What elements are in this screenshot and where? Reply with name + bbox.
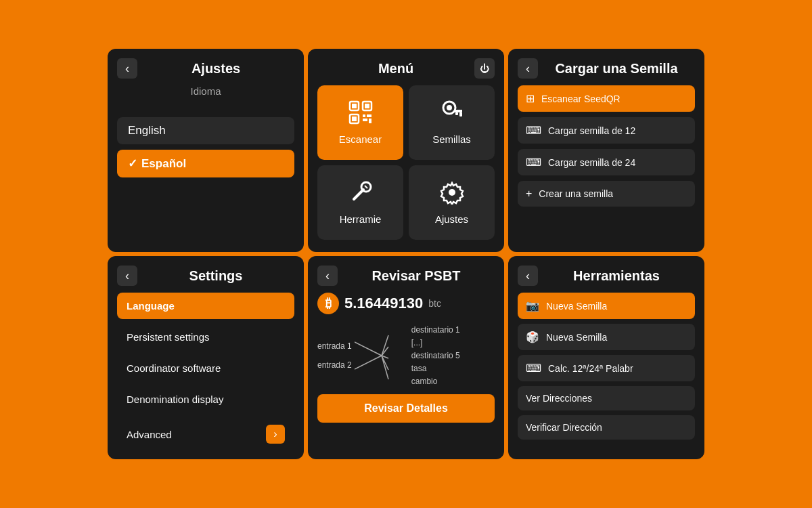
- settings-back-button[interactable]: ‹: [117, 266, 137, 286]
- settings-item-language[interactable]: Language: [117, 293, 294, 319]
- settings-coordinator-label: Coordinator software: [127, 362, 221, 374]
- tools-icon: [348, 180, 373, 209]
- dice-icon: 🎲: [526, 331, 539, 343]
- psbt-btc-amount: 5.16449130: [344, 295, 423, 312]
- keyboard-icon-12: ⌨: [526, 124, 541, 137]
- menu-item-semillas[interactable]: Semillas: [409, 85, 495, 160]
- svg-rect-5: [352, 117, 357, 121]
- psbt-back-button[interactable]: ‹: [317, 266, 338, 286]
- psbt-entrada2: entrada 2: [317, 360, 352, 370]
- herramientas-back-button[interactable]: ‹: [518, 266, 538, 286]
- qr-icon: [348, 100, 373, 129]
- tool-nueva-semilla-dice[interactable]: 🎲 Nueva Semilla: [518, 324, 695, 350]
- settings-header: ‹ Settings: [117, 266, 294, 286]
- panel-herramientas: ‹ Herramientas 📷 Nueva Semilla 🎲 Nueva S…: [508, 256, 704, 459]
- qr-small-icon: ⊞: [526, 92, 535, 105]
- tool-nueva-semilla-camera[interactable]: 📷 Nueva Semilla: [518, 293, 695, 319]
- revisar-detalles-button[interactable]: Revisar Detalles: [317, 394, 495, 423]
- psbt-btc-unit: btc: [428, 298, 441, 309]
- tool-ver-label: Ver Direcciones: [526, 393, 592, 404]
- chevron-down-icon: ⌄: [117, 456, 294, 459]
- psbt-dest1: destinatario 1: [411, 325, 460, 335]
- gear-icon: [440, 180, 464, 209]
- tool-ver-direcciones[interactable]: Ver Direcciones: [518, 386, 695, 410]
- svg-rect-8: [363, 119, 367, 121]
- settings-advanced-label: Advanced: [127, 429, 172, 440]
- plus-icon: +: [526, 188, 532, 200]
- ajustes-back-button[interactable]: ‹: [117, 58, 137, 79]
- settings-item-persistent[interactable]: Persistent settings: [117, 324, 294, 350]
- tool-calc-palabra[interactable]: ⌨ Calc. 12ª/24ª Palabr: [518, 355, 695, 381]
- idioma-subtitle: Idioma: [117, 85, 294, 97]
- ajustes-title: Ajustes: [137, 61, 294, 77]
- psbt-amount-row: ₿ 5.16449130 btc: [317, 293, 495, 314]
- menu-semillas-label: Semillas: [432, 133, 471, 145]
- svg-rect-7: [367, 114, 371, 117]
- svg-point-11: [447, 105, 452, 110]
- camera-icon: 📷: [526, 299, 539, 312]
- power-button[interactable]: ⏻: [474, 58, 495, 79]
- settings-item-coordinator[interactable]: Coordinator software: [117, 355, 294, 381]
- settings-persistent-label: Persistent settings: [127, 331, 210, 343]
- ajustes-header: ‹ Ajustes: [117, 58, 294, 79]
- svg-line-17: [365, 186, 367, 188]
- panel-cargar-semilla: ‹ Cargar una Semilla ⊞ Escanear SeedQR ⌨…: [508, 49, 704, 252]
- cargar-back-button[interactable]: ‹: [518, 58, 538, 79]
- tool-verificar-direccion[interactable]: Verificar Dirección: [518, 415, 695, 440]
- lang-espanol-label: Español: [141, 157, 186, 170]
- menu-item-herramientas[interactable]: Herramie: [317, 165, 403, 240]
- psbt-header: ‹ Revisar PSBT: [317, 266, 495, 286]
- settings-item-advanced[interactable]: Advanced ›: [117, 417, 294, 451]
- keyboard-icon-calc: ⌨: [526, 362, 541, 375]
- menu-grid: Escanear Semillas: [317, 85, 495, 240]
- psbt-outputs: destinatario 1 [...] destinatario 5 tasa…: [411, 325, 460, 386]
- panel-revisar-psbt: ‹ Revisar PSBT ₿ 5.16449130 btc entrada …: [308, 256, 504, 459]
- seed-option-24[interactable]: ⌨ Cargar semilla de 24: [518, 149, 695, 175]
- herramientas-header: ‹ Herramientas: [518, 266, 695, 286]
- svg-point-18: [449, 189, 455, 196]
- bitcoin-icon: ₿: [317, 293, 339, 314]
- tool-calc-label: Calc. 12ª/24ª Palabr: [548, 363, 633, 374]
- menu-header: Menú ⏻: [317, 58, 495, 79]
- svg-rect-14: [455, 112, 458, 115]
- psbt-cambio: cambio: [411, 377, 460, 386]
- checkmark-icon: ✓: [128, 157, 137, 170]
- psbt-ellipsis: [...]: [411, 338, 460, 347]
- svg-rect-1: [352, 104, 357, 108]
- lang-option-english[interactable]: English: [117, 117, 294, 144]
- tool-nueva-semilla-label2: Nueva Semilla: [546, 332, 607, 343]
- svg-rect-12: [454, 110, 462, 112]
- settings-item-denomination[interactable]: Denomination display: [117, 386, 294, 412]
- svg-line-21: [382, 335, 388, 356]
- cargar-header: ‹ Cargar una Semilla: [518, 58, 695, 79]
- settings-title: Settings: [137, 268, 294, 284]
- panel-settings: ‹ Settings Language Persistent settings …: [108, 256, 304, 459]
- svg-rect-13: [459, 112, 462, 117]
- menu-escanear-label: Escanear: [339, 133, 382, 145]
- svg-rect-9: [369, 119, 371, 123]
- menu-ajustes-label: Ajustes: [435, 213, 468, 225]
- psbt-connector-svg: [355, 329, 409, 383]
- seed-option-12[interactable]: ⌨ Cargar semilla de 12: [518, 117, 695, 144]
- menu-item-ajustes[interactable]: Ajustes: [409, 165, 495, 240]
- svg-rect-3: [365, 104, 369, 108]
- main-grid: ‹ Ajustes Idioma English ✓Español Menú ⏻: [108, 49, 704, 459]
- seed-option-crear[interactable]: + Crear una semilla: [518, 181, 695, 207]
- panel-menu: Menú ⏻: [308, 49, 504, 252]
- svg-line-15: [354, 190, 363, 199]
- herramientas-title: Herramientas: [538, 268, 695, 284]
- settings-language-label: Language: [127, 300, 175, 312]
- arrow-right-icon: ›: [266, 425, 285, 444]
- key-icon: [442, 100, 462, 129]
- lang-english-label: English: [128, 124, 166, 137]
- psbt-flow-diagram: entrada 1 entrada 2 destinatario 1 [...]…: [317, 325, 495, 386]
- menu-title: Menú: [317, 61, 474, 77]
- lang-option-espanol[interactable]: ✓Español: [117, 150, 294, 177]
- menu-item-escanear[interactable]: Escanear: [317, 85, 403, 160]
- cargar-title: Cargar una Semilla: [538, 61, 695, 77]
- seed-option-scanqr[interactable]: ⊞ Escanear SeedQR: [518, 85, 695, 112]
- seed-scanqr-label: Escanear SeedQR: [541, 93, 621, 104]
- svg-line-19: [355, 342, 382, 356]
- seed-24-label: Cargar semilla de 24: [548, 157, 635, 168]
- seed-12-label: Cargar semilla de 12: [548, 125, 635, 136]
